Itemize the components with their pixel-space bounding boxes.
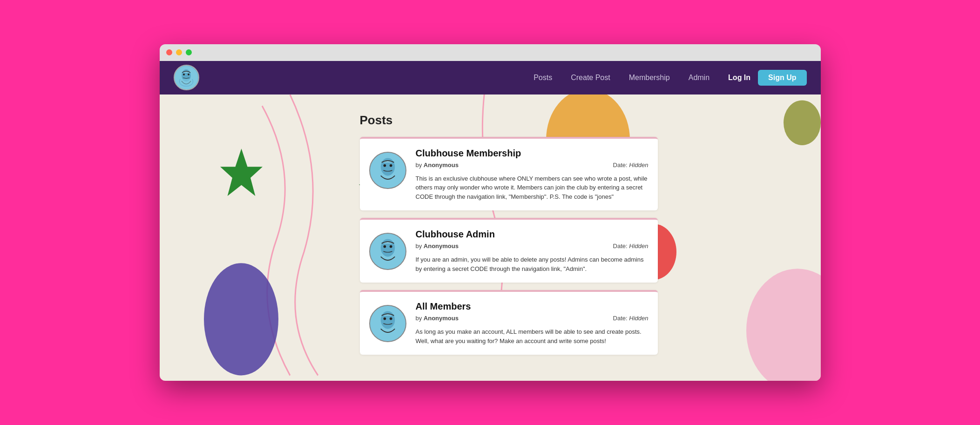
post-author-1: by Anonymous <box>416 162 459 169</box>
post-avatar-1 <box>369 152 406 189</box>
post-date-2: Date: Hidden <box>613 243 649 250</box>
post-title-2: Clubhouse Admin <box>416 229 649 240</box>
minimize-dot[interactable] <box>176 49 182 55</box>
post-avatar-3 <box>369 305 406 342</box>
nav-links: Posts Create Post Membership Admin <box>534 74 710 82</box>
svg-point-3 <box>188 74 189 75</box>
nav-auth: Log In Sign Up <box>728 70 806 86</box>
nav-membership[interactable]: Membership <box>629 74 670 82</box>
post-text-2: If you are an admin, you will be able to… <box>416 255 649 273</box>
post-title-1: Clubhouse Membership <box>416 148 649 159</box>
post-meta-2: by Anonymous Date: Hidden <box>416 243 649 250</box>
svg-point-2 <box>183 74 185 75</box>
post-date-3: Date: Hidden <box>613 315 649 322</box>
post-author-2: by Anonymous <box>416 243 459 250</box>
post-meta-3: by Anonymous Date: Hidden <box>416 315 649 322</box>
nav-admin[interactable]: Admin <box>689 74 710 82</box>
post-card-3: All Members by Anonymous Date: Hidden As… <box>360 290 658 355</box>
browser-window: Posts Create Post Membership Admin Log I… <box>160 44 821 381</box>
post-date-1: Date: Hidden <box>613 162 649 169</box>
svg-point-19 <box>389 245 392 248</box>
nav-posts[interactable]: Posts <box>534 74 552 82</box>
svg-point-23 <box>389 317 392 320</box>
post-body-1: Clubhouse Membership by Anonymous Date: … <box>416 148 649 202</box>
post-body-2: Clubhouse Admin by Anonymous Date: Hidde… <box>416 229 649 273</box>
signup-button[interactable]: Sign Up <box>758 70 806 86</box>
post-avatar-2 <box>369 233 406 270</box>
svg-point-14 <box>383 164 386 167</box>
page-title: Posts <box>360 113 658 128</box>
browser-content: Posts Create Post Membership Admin Log I… <box>160 61 821 381</box>
site-logo[interactable] <box>174 65 199 90</box>
posts-container: Posts <box>351 113 667 355</box>
maximize-dot[interactable] <box>186 49 192 55</box>
post-title-3: All Members <box>416 301 649 312</box>
post-card-2: Clubhouse Admin by Anonymous Date: Hidde… <box>360 218 658 283</box>
browser-chrome <box>160 44 821 61</box>
svg-point-18 <box>383 245 386 248</box>
close-dot[interactable] <box>166 49 172 55</box>
post-card-1: Clubhouse Membership by Anonymous Date: … <box>360 137 658 211</box>
svg-point-15 <box>389 164 392 167</box>
post-meta-1: by Anonymous Date: Hidden <box>416 162 649 169</box>
post-text-1: This is an exclusive clubhouse where ONL… <box>416 174 649 202</box>
login-button[interactable]: Log In <box>728 74 750 82</box>
post-author-3: by Anonymous <box>416 315 459 322</box>
post-text-3: As long as you make an account, ALL memb… <box>416 327 649 345</box>
navbar: Posts Create Post Membership Admin Log I… <box>160 61 821 94</box>
svg-point-22 <box>383 317 386 320</box>
post-body-3: All Members by Anonymous Date: Hidden As… <box>416 301 649 345</box>
nav-create-post[interactable]: Create Post <box>571 74 610 82</box>
main-content: Posts <box>160 94 821 381</box>
